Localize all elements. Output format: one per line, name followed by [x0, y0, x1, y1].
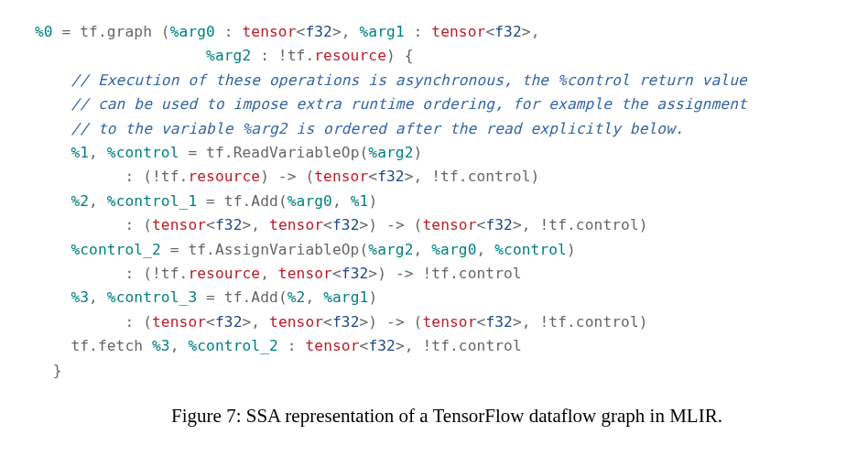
- token: ,: [170, 337, 189, 354]
- code-line: %arg2 : !tf.resource) {: [35, 47, 414, 64]
- token: f32: [368, 337, 396, 354]
- token: tf.fetch: [71, 337, 152, 354]
- token: f32: [494, 23, 522, 40]
- comment: // to the variable %arg2 is ordered afte…: [71, 120, 684, 137]
- token: <: [485, 23, 494, 40]
- token: f32: [215, 216, 243, 234]
- token: <: [477, 313, 486, 331]
- token: %arg0: [431, 241, 476, 258]
- code-line: // to the variable %arg2 is ordered afte…: [35, 120, 684, 137]
- token: tensor: [314, 168, 368, 185]
- token: %control: [494, 241, 567, 258]
- token: f32: [342, 265, 369, 282]
- token: >, !tf.control): [513, 216, 648, 234]
- code-line: %control_2 = tf.AssignVariableOp(%arg2, …: [35, 241, 576, 258]
- code-line: %0 = tf.graph (%arg0 : tensor<f32>, %arg…: [35, 23, 539, 40]
- token: f32: [377, 168, 405, 185]
- figure-caption: Figure 7: SSA representation of a Tensor…: [35, 405, 859, 428]
- token: ,: [305, 288, 323, 306]
- token: <: [368, 168, 377, 185]
- token: <: [206, 216, 215, 234]
- code-line: %3, %control_3 = tf.Add(%2, %arg1): [35, 288, 377, 306]
- token: >) -> (: [360, 313, 423, 331]
- code-line: %1, %control = tf.ReadVariableOp(%arg2): [35, 144, 422, 161]
- token: ,: [332, 192, 351, 210]
- token: [35, 144, 71, 161]
- token: f32: [485, 313, 513, 331]
- token: [35, 71, 71, 89]
- token: :: [405, 23, 432, 40]
- token: tensor: [278, 265, 332, 282]
- token: resource: [314, 47, 386, 64]
- token: ): [368, 288, 377, 306]
- token: : (: [35, 313, 152, 331]
- code-line: %2, %control_1 = tf.Add(%arg0, %1): [35, 192, 377, 210]
- token: ) {: [386, 47, 414, 64]
- token: : (: [35, 216, 152, 234]
- token: f32: [485, 216, 513, 234]
- token: %control_3: [107, 288, 197, 306]
- token: [35, 95, 71, 113]
- token: >) -> (: [360, 216, 423, 234]
- token: tensor: [152, 313, 206, 331]
- token: >, !tf.control): [405, 168, 540, 185]
- code-line: // can be used to impose extra runtime o…: [35, 95, 747, 113]
- token: tensor: [269, 313, 323, 331]
- token: %control: [107, 144, 179, 161]
- code-line: }: [35, 362, 62, 379]
- token: ): [368, 192, 377, 210]
- token: %control_2: [188, 337, 277, 354]
- code-block: %0 = tf.graph (%arg0 : tensor<f32>, %arg…: [35, 20, 859, 383]
- token: >,: [242, 313, 269, 331]
- token: [35, 288, 71, 306]
- code-line: : (!tf.resource, tensor<f32>) -> !tf.con…: [35, 265, 522, 282]
- token: <: [360, 337, 369, 354]
- code-line: : (!tf.resource) -> (tensor<f32>, !tf.co…: [35, 168, 539, 185]
- token: tensor: [269, 216, 323, 234]
- token: <: [477, 216, 486, 234]
- token: <: [323, 216, 332, 234]
- token: %control_1: [107, 192, 197, 210]
- token: ): [414, 144, 423, 161]
- token: [35, 241, 71, 258]
- token: = tf.ReadVariableOp(: [179, 144, 369, 161]
- token: = tf.graph (: [53, 23, 170, 40]
- token: = tf.Add(: [197, 288, 287, 306]
- token: %1: [351, 192, 369, 210]
- token: }: [35, 362, 62, 379]
- code-line: : (tensor<f32>, tensor<f32>) -> (tensor<…: [35, 216, 648, 234]
- token: : (!tf.: [35, 265, 188, 282]
- token: <: [323, 313, 332, 331]
- token: :: [215, 23, 243, 40]
- token: %3: [152, 337, 170, 354]
- token: >, !tf.control: [396, 337, 522, 354]
- token: %2: [288, 288, 306, 306]
- token: %arg2: [368, 241, 413, 258]
- token: %arg1: [360, 23, 405, 40]
- token: %arg0: [288, 192, 332, 210]
- token: tensor: [305, 337, 359, 354]
- token: f32: [305, 23, 332, 40]
- token: >,: [522, 23, 540, 40]
- token: f32: [215, 313, 243, 331]
- code-line: // Execution of these operations is asyn…: [35, 71, 747, 89]
- token: = tf.AssignVariableOp(: [161, 241, 368, 258]
- token: >,: [242, 216, 269, 234]
- token: ,: [89, 144, 107, 161]
- token: ): [567, 241, 576, 258]
- token: <: [206, 313, 215, 331]
- token: %3: [71, 288, 89, 306]
- token: :: [278, 337, 306, 354]
- token: [35, 192, 71, 210]
- token: [35, 120, 71, 137]
- token: tensor: [422, 216, 476, 234]
- comment: // can be used to impose extra runtime o…: [71, 95, 746, 113]
- token: >, !tf.control): [513, 313, 648, 331]
- token: %control_2: [71, 241, 160, 258]
- token: %arg2: [368, 144, 413, 161]
- token: tensor: [242, 23, 296, 40]
- token: %1: [71, 144, 89, 161]
- token: %0: [35, 23, 53, 40]
- token: >) -> !tf.control: [368, 265, 521, 282]
- token: tensor: [152, 216, 206, 234]
